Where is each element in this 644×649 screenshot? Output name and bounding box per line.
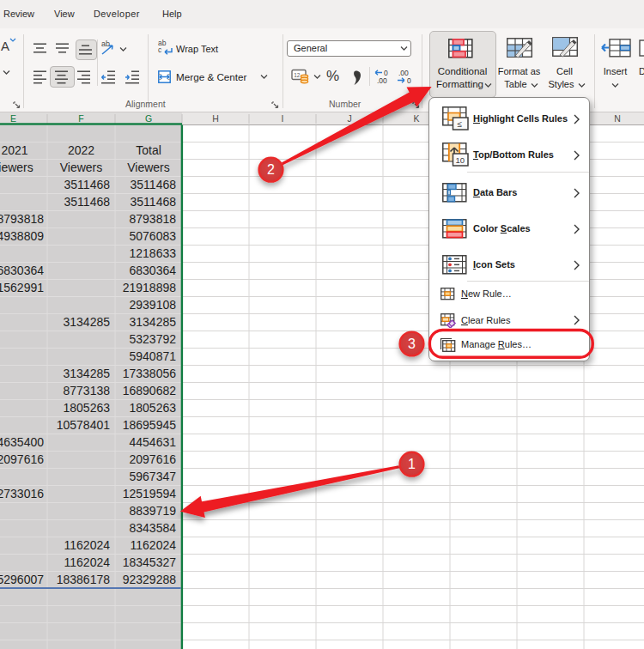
svg-text:1218633: 1218633: [129, 246, 176, 260]
svg-text:92329288: 92329288: [123, 573, 177, 586]
svg-text:18386178: 18386178: [57, 573, 111, 586]
svg-text:21562991: 21562991: [0, 281, 44, 294]
svg-text:H: H: [212, 113, 219, 124]
svg-text:16890682: 16890682: [123, 384, 177, 397]
svg-text:8343584: 8343584: [129, 521, 176, 535]
svg-text:55296007: 55296007: [0, 573, 44, 586]
svg-text:2097616: 2097616: [129, 452, 176, 466]
svg-text:10: 10: [456, 155, 465, 165]
svg-text:≤: ≤: [458, 119, 463, 129]
svg-text:3511468: 3511468: [64, 178, 111, 191]
svg-text:18345327: 18345327: [123, 555, 177, 569]
svg-text:J: J: [347, 113, 351, 124]
svg-text:12519594: 12519594: [123, 487, 177, 500]
svg-text:4635400: 4635400: [0, 435, 44, 449]
svg-text:2022: 2022: [68, 143, 94, 157]
svg-text:2021: 2021: [1, 143, 27, 157]
svg-text:3511468: 3511468: [131, 195, 177, 209]
svg-text:5076083: 5076083: [129, 229, 176, 243]
svg-text:5940871: 5940871: [129, 349, 176, 363]
svg-text:Viewers: Viewers: [0, 161, 33, 174]
svg-text:12733016: 12733016: [0, 487, 44, 500]
svg-text:I: I: [282, 113, 284, 124]
svg-text:1805263: 1805263: [63, 401, 110, 415]
svg-text:1805263: 1805263: [129, 401, 176, 415]
svg-text:5967347: 5967347: [129, 470, 176, 483]
svg-text:6830364: 6830364: [129, 264, 176, 277]
svg-text:Viewers: Viewers: [60, 161, 103, 174]
svg-text:10578401: 10578401: [57, 418, 111, 432]
svg-text:18695945: 18695945: [123, 418, 177, 432]
svg-text:8793818: 8793818: [129, 212, 176, 226]
svg-text:Total: Total: [136, 143, 161, 157]
svg-text:3134285: 3134285: [129, 315, 176, 329]
svg-text:1162024: 1162024: [131, 538, 177, 552]
svg-text:1162024: 1162024: [64, 538, 111, 552]
svg-text:1162024: 1162024: [64, 555, 111, 569]
svg-text:6830364: 6830364: [0, 264, 44, 277]
svg-text:E: E: [10, 113, 16, 124]
svg-text:2939108: 2939108: [129, 298, 176, 312]
svg-text:12: 12: [294, 72, 301, 78]
svg-text:4454631: 4454631: [129, 435, 176, 449]
svg-text:8793818: 8793818: [0, 212, 44, 226]
svg-text:F: F: [78, 113, 83, 124]
svg-text:3511468: 3511468: [131, 178, 177, 191]
svg-text:4938809: 4938809: [0, 229, 44, 243]
svg-text:3134285: 3134285: [63, 367, 110, 380]
svg-text:.00: .00: [377, 76, 387, 84]
svg-text:8773138: 8773138: [63, 384, 110, 397]
svg-text:3511468: 3511468: [64, 195, 111, 209]
svg-text:2097616: 2097616: [0, 452, 44, 466]
svg-text:0: 0: [407, 76, 411, 84]
svg-text:G: G: [145, 113, 152, 124]
svg-text:3134285: 3134285: [63, 315, 110, 329]
svg-text:K: K: [413, 113, 419, 124]
svg-text:N: N: [614, 113, 621, 124]
svg-text:5323792: 5323792: [129, 332, 176, 346]
svg-text:21918898: 21918898: [123, 281, 177, 294]
svg-text:8839719: 8839719: [129, 504, 176, 518]
svg-text:17338056: 17338056: [123, 367, 177, 380]
svg-text:Viewers: Viewers: [127, 161, 170, 174]
